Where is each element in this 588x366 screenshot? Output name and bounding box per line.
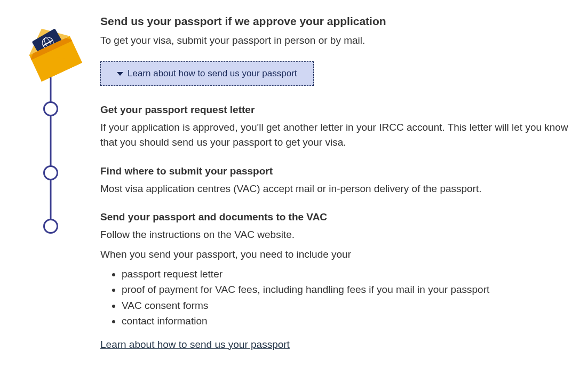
section-heading-send-vac: Send your passport and documents to the …: [100, 211, 577, 223]
timeline-node: [43, 165, 58, 180]
timeline-line: [50, 77, 52, 227]
list-item: VAC consent forms: [122, 298, 577, 313]
page-container: PASSPORT Send us your passport if we app…: [11, 11, 577, 351]
section-heading-find-submit: Find where to submit your passport: [100, 165, 577, 177]
main-heading: Send us your passport if we approve your…: [100, 15, 577, 28]
timeline-node: [43, 219, 58, 234]
section-text: When you send your passport, you need to…: [100, 247, 577, 262]
envelope-passport-icon: PASSPORT: [13, 12, 88, 87]
section-text: Follow the instructions on the VAC websi…: [100, 227, 577, 243]
requirements-list: passport request letter proof of payment…: [100, 266, 577, 329]
timeline-column: PASSPORT: [11, 11, 91, 77]
section-heading-request-letter: Get your passport request letter: [100, 104, 577, 116]
caret-down-icon: [117, 72, 123, 76]
list-item: contact information: [122, 313, 577, 329]
list-item: passport request letter: [122, 266, 577, 282]
section-text: If your application is approved, you'll …: [100, 120, 577, 150]
main-intro-text: To get your visa, submit your passport i…: [100, 33, 577, 49]
section-text: Most visa application centres (VAC) acce…: [100, 181, 577, 197]
content-column: Send us your passport if we approve your…: [91, 11, 577, 351]
timeline-node: [43, 101, 58, 116]
list-item: proof of payment for VAC fees, including…: [122, 282, 577, 297]
learn-send-passport-toggle[interactable]: Learn about how to send us your passport: [100, 61, 314, 86]
learn-send-passport-link[interactable]: Learn about how to send us your passport: [100, 339, 290, 351]
toggle-label: Learn about how to send us your passport: [128, 68, 297, 78]
